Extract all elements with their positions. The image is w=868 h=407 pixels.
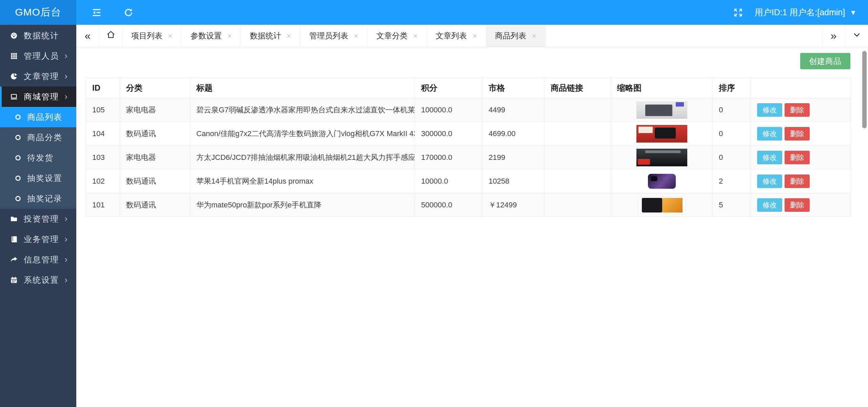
header-category: 分类	[120, 78, 190, 98]
tab-data-stats[interactable]: 数据统计 ×	[241, 25, 300, 47]
home-tab-button[interactable]	[99, 25, 122, 47]
tab-article-category[interactable]: 文章分类 ×	[368, 25, 427, 47]
tab-label: 文章列表	[436, 31, 467, 41]
sidebar-item-lottery-records[interactable]: 抽奖记录	[0, 188, 76, 209]
sidebar-item-business[interactable]: 业务管理 ›	[0, 229, 76, 249]
tab-label: 商品列表	[495, 31, 526, 41]
delete-button[interactable]: 删除	[785, 174, 810, 188]
table-header-row: ID 分类 标题 积分 市格 商品链接 缩略图 排序	[86, 78, 851, 98]
chevron-right-icon: ›	[64, 214, 67, 223]
caret-down-icon: ▼	[850, 9, 856, 16]
sidebar-item-lottery-settings[interactable]: 抽奖设置	[0, 168, 76, 188]
chevron-right-icon: ›	[64, 72, 67, 80]
close-icon[interactable]: ×	[472, 32, 477, 40]
calendar-icon	[9, 276, 18, 284]
sidebar-item-label: 信息管理	[24, 254, 59, 265]
thumb-layer	[655, 128, 676, 138]
table-row: 102 数码通讯 苹果14手机官网全新14plus promax 10000.0…	[86, 169, 851, 193]
close-icon[interactable]: ×	[532, 32, 536, 40]
tab-project-list[interactable]: 项目列表 ×	[122, 25, 182, 47]
sidebar-item-product-list[interactable]: 商品列表	[0, 107, 76, 127]
vertical-scrollbar[interactable]	[862, 51, 867, 128]
sidebar-item-product-category[interactable]: 商品分类	[0, 127, 76, 148]
sidebar-item-pending-shipment[interactable]: 待发货	[0, 148, 76, 168]
collapse-sidebar-icon[interactable]	[91, 6, 103, 19]
circle-icon	[14, 153, 22, 162]
cell-actions: 修改 删除	[751, 169, 851, 193]
fullscreen-icon[interactable]	[732, 6, 744, 19]
edit-button[interactable]: 修改	[757, 127, 782, 141]
edit-button[interactable]: 修改	[757, 151, 782, 164]
cell-id: 101	[86, 193, 120, 217]
edit-button[interactable]: 修改	[757, 103, 782, 117]
product-thumbnail	[645, 172, 679, 191]
sidebar-item-label: 商城管理	[24, 91, 59, 102]
close-icon[interactable]: ×	[227, 32, 232, 40]
cell-sort: 0	[713, 146, 751, 169]
user-dropdown[interactable]: 用户ID:1 用户名:[admin] ▼	[754, 7, 856, 18]
cell-points: 170000.0	[415, 146, 482, 169]
cell-price: 10258	[482, 169, 545, 193]
circle-icon	[14, 133, 22, 142]
close-icon[interactable]: ×	[287, 32, 291, 40]
share-arrow-icon	[9, 255, 18, 264]
cell-thumbnail	[611, 169, 713, 193]
sidebar-item-admins[interactable]: 管理人员 ›	[0, 46, 76, 66]
sidebar-item-info[interactable]: 信息管理 ›	[0, 249, 76, 270]
tab-parameter-settings[interactable]: 参数设置 ×	[182, 25, 241, 47]
refresh-icon[interactable]	[122, 6, 135, 19]
delete-button[interactable]: 删除	[785, 151, 810, 164]
sidebar-menu: 数据统计 管理人员 › 文章管理 › 商城管理	[0, 25, 76, 290]
cell-sort: 2	[713, 169, 751, 193]
header-points: 积分	[415, 78, 482, 98]
tab-label: 管理员列表	[309, 31, 348, 41]
close-icon[interactable]: ×	[354, 32, 358, 40]
sidebar-item-label: 投资管理	[24, 214, 59, 224]
delete-button[interactable]: 删除	[785, 198, 810, 212]
grid-icon	[9, 52, 18, 60]
cell-thumbnail	[611, 98, 713, 122]
close-icon[interactable]: ×	[168, 32, 173, 40]
sidebar-item-articles[interactable]: 文章管理 ›	[0, 66, 76, 87]
delete-button[interactable]: 删除	[785, 127, 810, 141]
tab-article-list[interactable]: 文章列表 ×	[427, 25, 486, 47]
circle-icon	[14, 194, 22, 203]
sidebar-item-label: 文章管理	[24, 71, 59, 82]
create-product-button[interactable]: 创建商品	[800, 53, 850, 69]
sidebar-item-mall[interactable]: 商城管理 ›	[0, 87, 76, 107]
header-thumbnail: 缩略图	[611, 78, 713, 98]
cell-actions: 修改 删除	[751, 122, 851, 146]
sidebar-item-label: 待发货	[27, 152, 54, 163]
thumb-layer	[651, 176, 657, 181]
cell-category: 家电电器	[120, 146, 190, 169]
sidebar-item-investment[interactable]: 投资管理 ›	[0, 209, 76, 229]
top-header: 用户ID:1 用户名:[admin] ▼	[76, 0, 868, 25]
user-info-text: 用户ID:1 用户名:[admin]	[754, 7, 845, 18]
cell-id: 103	[86, 146, 120, 169]
tabs-scroll-right-button[interactable]: »	[822, 25, 845, 47]
tabs-menu-button[interactable]	[845, 25, 868, 47]
chevron-down-icon	[852, 30, 862, 42]
double-chevron-right-icon: »	[831, 30, 837, 42]
chevron-right-icon: ›	[64, 235, 67, 243]
chevron-right-icon: ›	[64, 255, 67, 264]
laptop-icon	[9, 92, 18, 101]
edit-button[interactable]: 修改	[757, 174, 782, 188]
sidebar-item-data-stats[interactable]: 数据统计	[0, 25, 76, 46]
sidebar-item-system[interactable]: 系统设置 ›	[0, 270, 76, 290]
header-product-link: 商品链接	[545, 78, 611, 98]
cell-category: 数码通讯	[120, 193, 190, 217]
thumb-layer	[676, 102, 684, 107]
delete-button[interactable]: 删除	[785, 103, 810, 117]
tabs-scroll-left-button[interactable]: «	[76, 25, 99, 47]
edit-button[interactable]: 修改	[757, 198, 782, 212]
chevron-right-icon: ›	[64, 275, 67, 284]
product-thumbnail	[636, 125, 687, 143]
tab-product-list[interactable]: 商品列表 ×	[486, 25, 546, 47]
tab-admin-list[interactable]: 管理员列表 ×	[300, 25, 368, 47]
home-icon	[106, 30, 116, 42]
cell-category: 数码通讯	[120, 169, 190, 193]
cell-points: 100000.0	[415, 98, 482, 122]
cell-actions: 修改 删除	[751, 193, 851, 217]
close-icon[interactable]: ×	[413, 32, 418, 40]
